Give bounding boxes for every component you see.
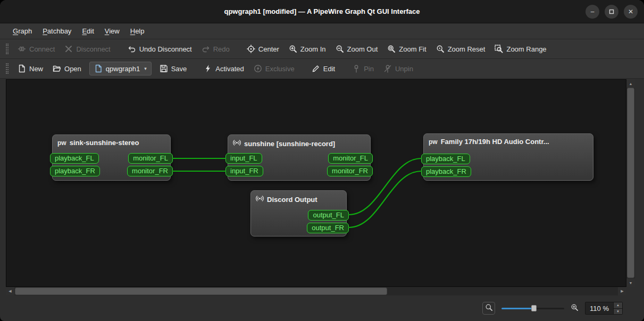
graph-canvas[interactable]: pw sink-sunshine-stereo playback_FL play… xyxy=(6,79,626,287)
zoom-range-icon xyxy=(495,45,503,53)
horizontal-scrollbar[interactable]: ◀ ▶ xyxy=(6,287,626,295)
node-title: pw Family 17h/19h HD Audio Contr... xyxy=(424,134,593,146)
zoom-in-small-button[interactable] xyxy=(571,303,579,314)
pin-button[interactable]: Pin xyxy=(347,61,379,76)
pipewire-icon: pw xyxy=(57,139,66,147)
redo-icon xyxy=(202,45,210,53)
port[interactable]: output_FR xyxy=(307,223,349,233)
toolbar-separator xyxy=(340,69,347,69)
menu-help[interactable]: Help xyxy=(125,25,150,37)
edit-button[interactable]: Edit xyxy=(307,61,340,76)
vertical-scrollbar[interactable]: ▲ ▼ xyxy=(626,79,635,287)
titlebar: qpwgraph1 [modified] — A PipeWire Graph … xyxy=(0,0,644,23)
menubar: Graph Patchbay Edit View Help xyxy=(0,23,644,39)
scroll-right-arrow[interactable]: ▶ xyxy=(618,287,626,295)
undo-icon xyxy=(128,45,136,53)
maximize-icon xyxy=(609,9,614,14)
open-folder-icon xyxy=(53,64,61,73)
zoom-fit-button[interactable]: Zoom Fit xyxy=(382,41,431,56)
zoom-out-small-button[interactable] xyxy=(482,302,495,315)
graph-select[interactable]: qpwgraph1 ▾ xyxy=(89,62,152,75)
unpin-icon xyxy=(383,64,392,73)
open-button[interactable]: Open xyxy=(48,61,86,76)
graph-toolbar: Connect Disconnect Undo Disconnect Redo … xyxy=(0,39,644,59)
pencil-icon xyxy=(312,64,320,73)
monitor-icon xyxy=(233,139,241,148)
horizontal-scrollbar-thumb[interactable] xyxy=(15,288,387,295)
port[interactable]: playback_FL xyxy=(50,153,99,164)
scroll-up-arrow[interactable]: ▲ xyxy=(626,79,635,88)
scroll-left-arrow[interactable]: ◀ xyxy=(6,287,14,295)
new-button[interactable]: New xyxy=(13,61,48,76)
node-sunshine[interactable]: sunshine [sunshine-record] input_FL inpu… xyxy=(228,134,371,181)
file-toolbar: New Open qpwgraph1 ▾ Save Activated xyxy=(0,59,644,79)
port[interactable]: monitor_FR xyxy=(127,166,173,176)
zoom-slider-handle[interactable] xyxy=(531,305,537,311)
port[interactable]: playback_FL xyxy=(421,154,470,164)
redo-button[interactable]: Redo xyxy=(197,41,235,56)
zoom-in-icon xyxy=(289,45,297,53)
connect-button[interactable]: Connect xyxy=(13,41,60,56)
port[interactable]: playback_FR xyxy=(421,166,471,177)
menu-patchbay[interactable]: Patchbay xyxy=(37,25,77,37)
toolbar-separator xyxy=(299,69,307,69)
zoom-reset-button[interactable]: Zoom Reset xyxy=(431,41,490,56)
save-button[interactable]: Save xyxy=(155,61,192,76)
zoom-in-button[interactable]: Zoom In xyxy=(284,41,331,56)
zoom-range-button[interactable]: Zoom Range xyxy=(490,41,551,56)
port[interactable]: input_FL xyxy=(225,153,262,164)
monitor-icon xyxy=(256,195,264,204)
port[interactable]: monitor_FL xyxy=(328,153,373,164)
chevron-down-icon: ▾ xyxy=(144,66,147,71)
port[interactable]: monitor_FL xyxy=(128,153,173,164)
connect-icon xyxy=(18,45,26,53)
port[interactable]: output_FL xyxy=(308,210,349,221)
lightning-icon xyxy=(204,64,212,73)
new-file-icon xyxy=(18,64,26,73)
node-sink-sunshine-stereo[interactable]: pw sink-sunshine-stereo playback_FL play… xyxy=(52,134,171,181)
document-icon xyxy=(94,64,103,73)
minimize-button[interactable]: – xyxy=(586,5,599,19)
exclusive-lightning-icon xyxy=(254,64,262,73)
center-button[interactable]: Center xyxy=(242,41,284,56)
vertical-scrollbar-thumb[interactable] xyxy=(627,88,634,278)
maximize-button[interactable] xyxy=(605,5,618,19)
scroll-down-arrow[interactable]: ▼ xyxy=(626,278,635,287)
port[interactable]: monitor_FR xyxy=(327,166,373,176)
spin-down-button[interactable]: ▼ xyxy=(614,308,622,315)
zoom-spinbox[interactable]: 110 % ▲ ▼ xyxy=(585,302,623,315)
port[interactable]: input_FR xyxy=(225,166,263,176)
node-title: Discord Output xyxy=(251,191,346,204)
menu-edit[interactable]: Edit xyxy=(77,25,99,37)
undo-disconnect-button[interactable]: Undo Disconnect xyxy=(123,41,197,56)
zoom-reset-icon xyxy=(436,45,445,53)
close-button[interactable]: ✕ xyxy=(624,5,638,19)
statusbar: 110 % ▲ ▼ xyxy=(0,295,644,321)
toolbar-grip[interactable] xyxy=(6,63,9,74)
zoom-value[interactable]: 110 % xyxy=(586,302,613,314)
disconnect-icon xyxy=(64,45,73,53)
spin-up-button[interactable]: ▲ xyxy=(614,302,622,308)
zoom-fit-icon xyxy=(387,45,396,53)
node-discord-output[interactable]: Discord Output output_FL output_FR xyxy=(250,190,347,236)
toolbar-grip[interactable] xyxy=(6,44,9,54)
node-title: pw sink-sunshine-stereo xyxy=(53,135,170,147)
disconnect-button[interactable]: Disconnect xyxy=(60,41,115,56)
pin-icon xyxy=(352,64,361,73)
activated-button[interactable]: Activated xyxy=(199,61,248,76)
unpin-button[interactable]: Unpin xyxy=(379,61,418,76)
toolbar-separator xyxy=(235,49,242,49)
exclusive-button[interactable]: Exclusive xyxy=(249,61,299,76)
center-icon xyxy=(247,45,255,53)
zoom-slider-fill xyxy=(501,308,534,309)
window-title: qpwgraph1 [modified] — A PipeWire Graph … xyxy=(224,7,420,15)
node-family-hd-audio[interactable]: pw Family 17h/19h HD Audio Contr... play… xyxy=(423,133,593,181)
port[interactable]: playback_FR xyxy=(50,166,100,176)
menu-graph[interactable]: Graph xyxy=(7,25,37,37)
zoom-out-button[interactable]: Zoom Out xyxy=(331,41,383,56)
window-controls: – ✕ xyxy=(586,5,638,19)
zoom-slider[interactable] xyxy=(501,304,564,312)
magnifier-icon xyxy=(485,303,493,314)
menu-view[interactable]: View xyxy=(99,25,125,37)
save-icon xyxy=(160,64,168,73)
